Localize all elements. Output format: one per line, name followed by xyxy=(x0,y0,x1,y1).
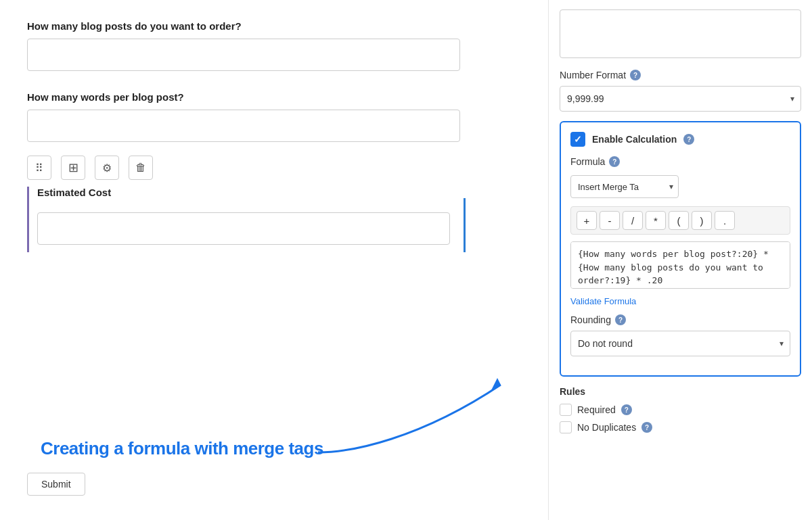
merge-tag-select[interactable]: Insert Merge Ta xyxy=(570,175,679,198)
estimated-cost-input-wrap xyxy=(37,205,521,252)
number-format-row: Number Format ? xyxy=(560,70,801,80)
add-icon: ⊞ xyxy=(68,160,78,175)
validate-formula-link[interactable]: Validate Formula xyxy=(570,296,790,306)
question-1-input[interactable] xyxy=(27,39,460,71)
operators-row: + - / * ( ) . xyxy=(570,206,790,235)
top-textarea[interactable] xyxy=(560,9,801,58)
formula-label: Formula xyxy=(570,156,605,167)
calculation-box: ✓ Enable Calculation ? Formula ? Insert … xyxy=(560,121,801,377)
required-row: Required ? xyxy=(560,404,801,416)
annotation-text: Creating a formula with merge tags xyxy=(41,438,323,459)
number-format-label: Number Format xyxy=(560,70,626,80)
submit-button[interactable]: Submit xyxy=(27,473,85,496)
right-panel: Number Format ? 9,999.99 9999.99 9.999,9… xyxy=(548,0,812,520)
number-format-select-wrap: 9,999.99 9999.99 9.999,99 ▾ xyxy=(560,86,801,112)
op-open-paren-button[interactable]: ( xyxy=(669,211,689,230)
svg-marker-0 xyxy=(491,378,501,392)
estimated-cost-label: Estimated Cost xyxy=(37,187,521,198)
required-help-icon[interactable]: ? xyxy=(621,404,632,415)
number-format-select[interactable]: 9,999.99 9999.99 9.999,99 xyxy=(560,86,801,112)
rounding-select[interactable]: Do not round Round to nearest whole Roun… xyxy=(570,331,790,356)
estimated-cost-input[interactable] xyxy=(37,212,450,245)
drag-button[interactable]: ⠿ xyxy=(27,156,51,180)
no-duplicates-row: No Duplicates ? xyxy=(560,421,801,433)
no-duplicates-checkbox[interactable] xyxy=(560,421,572,433)
no-duplicates-help-icon[interactable]: ? xyxy=(641,422,652,433)
drag-icon: ⠿ xyxy=(35,162,43,174)
rounding-select-wrap: Do not round Round to nearest whole Roun… xyxy=(570,331,790,356)
op-multiply-button[interactable]: * xyxy=(646,211,666,230)
number-format-help-icon[interactable]: ? xyxy=(630,70,641,80)
formula-help-icon[interactable]: ? xyxy=(609,156,620,167)
enable-calc-checkbox[interactable]: ✓ xyxy=(570,132,585,147)
enable-calc-label: Enable Calculation xyxy=(592,134,677,145)
question-1-group: How many blog posts do you want to order… xyxy=(27,20,521,71)
enable-calc-row: ✓ Enable Calculation ? xyxy=(570,132,790,147)
rules-label: Rules xyxy=(560,386,585,397)
question-2-label: How many words per blog post? xyxy=(27,91,521,103)
arrow-line xyxy=(464,198,466,252)
estimated-cost-section: Estimated Cost xyxy=(27,187,521,252)
settings-icon: ⚙ xyxy=(102,162,112,174)
rules-section: Rules Required ? No Duplicates ? xyxy=(560,386,801,433)
checkmark-icon: ✓ xyxy=(574,134,582,145)
rounding-help-icon[interactable]: ? xyxy=(615,314,626,325)
question-2-group: How many words per blog post? xyxy=(27,91,521,142)
merge-tag-select-wrap: Insert Merge Ta ▾ xyxy=(570,175,679,198)
question-2-input[interactable] xyxy=(27,110,460,142)
rounding-section: Rounding ? Do not round Round to nearest… xyxy=(570,314,790,356)
required-checkbox[interactable] xyxy=(560,404,572,416)
op-minus-button[interactable]: - xyxy=(600,211,620,230)
formula-textarea[interactable] xyxy=(570,241,790,289)
rounding-label: Rounding xyxy=(570,314,611,325)
question-1-label: How many blog posts do you want to order… xyxy=(27,20,521,32)
settings-button[interactable]: ⚙ xyxy=(95,156,119,180)
add-field-button[interactable]: ⊞ xyxy=(61,156,85,180)
no-duplicates-label: No Duplicates xyxy=(577,422,636,433)
delete-icon: 🗑 xyxy=(135,162,146,174)
rounding-label-row: Rounding ? xyxy=(570,314,790,325)
required-label: Required xyxy=(577,404,616,415)
op-plus-button[interactable]: + xyxy=(577,211,597,230)
formula-arrow xyxy=(284,331,555,466)
delete-button[interactable]: 🗑 xyxy=(129,156,153,180)
op-period-button[interactable]: . xyxy=(715,211,735,230)
enable-calc-help-icon[interactable]: ? xyxy=(683,134,694,145)
formula-label-row: Formula ? xyxy=(570,156,790,167)
toolbar-row: ⠿ ⊞ ⚙ 🗑 xyxy=(27,156,521,180)
op-close-paren-button[interactable]: ) xyxy=(692,211,712,230)
op-divide-button[interactable]: / xyxy=(623,211,643,230)
